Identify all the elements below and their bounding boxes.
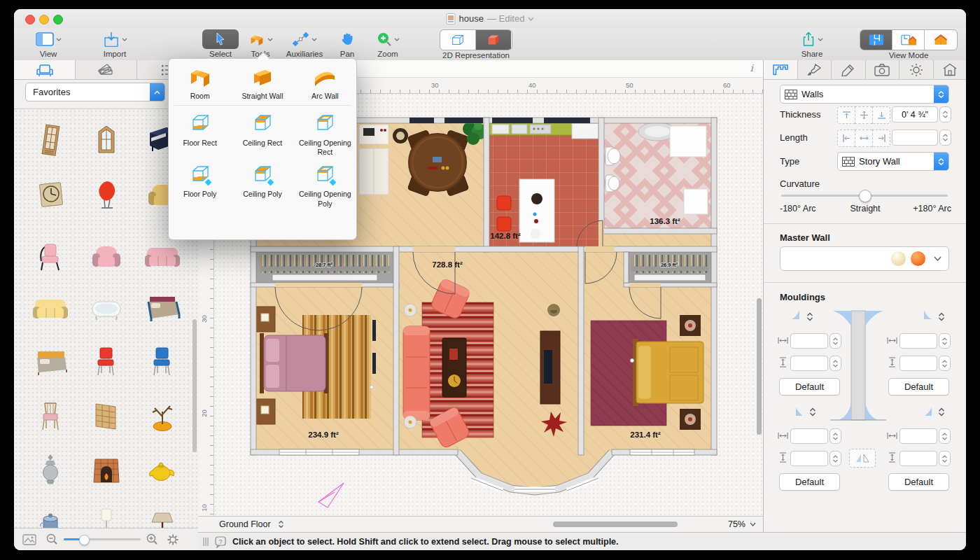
- entry-furniture[interactable]: [359, 125, 388, 195]
- crown-moulding-right-shape[interactable]: [922, 309, 933, 322]
- tool-item-ceiling-opening-poly[interactable]: Ceiling Opening Poly: [294, 157, 356, 208]
- library-item-shelving-unit[interactable]: [85, 396, 128, 439]
- crown-right-height-field[interactable]: [899, 356, 937, 371]
- gear-icon[interactable]: [167, 533, 179, 546]
- master-wall-material-b[interactable]: [911, 251, 925, 266]
- floor-stepper-icon[interactable]: [278, 520, 284, 528]
- preview-image-icon[interactable]: [22, 534, 36, 545]
- tool-item-floor-poly[interactable]: Floor Poly: [169, 157, 231, 208]
- thickness-stepper[interactable]: [939, 106, 951, 122]
- library-item-sofa-yellow[interactable]: [29, 288, 72, 331]
- tool-item-floor-rect[interactable]: Floor Rect: [169, 106, 231, 157]
- help-icon[interactable]: ?: [215, 536, 227, 548]
- auxiliaries-button[interactable]: Auxiliaries: [282, 29, 327, 58]
- library-item-bonsai-tree[interactable]: [141, 396, 184, 439]
- baseboard-left-shape[interactable]: [794, 405, 804, 417]
- zoom-in-icon[interactable]: [146, 533, 158, 545]
- library-item-silver-urn[interactable]: [29, 449, 72, 492]
- baseboard-left-height-field[interactable]: [790, 451, 828, 466]
- master-wall-picker[interactable]: [780, 246, 949, 271]
- baseboard-left-stepper[interactable]: [807, 405, 818, 419]
- library-item-chair-wood-pink[interactable]: [29, 396, 72, 439]
- library-item-bed-blue[interactable]: [141, 288, 184, 331]
- tool-item-ceiling-poly[interactable]: Ceiling Poly: [231, 157, 293, 208]
- tool-item-ceiling-opening-rect[interactable]: Ceiling Opening Rect: [294, 106, 356, 157]
- view-mode-2d-button[interactable]: [860, 30, 892, 50]
- bedroom-left-contents[interactable]: [254, 307, 376, 424]
- length-field[interactable]: [892, 130, 938, 146]
- share-button[interactable]: Share: [792, 29, 832, 58]
- library-item-chair-blue[interactable]: [141, 341, 184, 384]
- mirror-button[interactable]: [849, 449, 876, 468]
- canvas-vertical-scrollbar[interactable]: [757, 298, 762, 435]
- baseboard-left-width-field[interactable]: [790, 428, 828, 444]
- tab-camera[interactable]: [866, 60, 900, 79]
- library-category-select[interactable]: Favorites: [25, 83, 165, 102]
- title-chevron-icon[interactable]: [528, 17, 534, 21]
- view-mode-3d-button[interactable]: [925, 30, 956, 50]
- baseboard-left-width-stepper[interactable]: [830, 428, 841, 444]
- tab-furniture[interactable]: [14, 60, 76, 79]
- crown-left-height-stepper[interactable]: [830, 356, 841, 371]
- library-item-fireplace[interactable]: [85, 449, 128, 492]
- master-wall-material-a[interactable]: [891, 251, 906, 266]
- tool-item-arc-wall[interactable]: Arc Wall: [294, 59, 356, 101]
- view-mode-split-button[interactable]: [892, 30, 925, 50]
- baseboard-right-stepper[interactable]: [936, 405, 946, 419]
- library-item-table-lamp[interactable]: [141, 502, 184, 528]
- tab-materials[interactable]: [76, 60, 137, 79]
- zoom-level[interactable]: 75%: [728, 519, 746, 529]
- library-item-teapot[interactable]: [141, 449, 184, 492]
- representation-2d-solid-button[interactable]: [476, 30, 511, 50]
- zoom-button[interactable]: Zoom: [370, 29, 406, 58]
- crown-right-width-stepper[interactable]: [939, 333, 951, 349]
- extend-left-button[interactable]: [837, 130, 855, 147]
- library-item-door[interactable]: [29, 118, 72, 162]
- library-item-chair-pink-metal[interactable]: [29, 236, 72, 279]
- drag-grip-icon[interactable]: [202, 537, 209, 547]
- align-center-button[interactable]: [855, 106, 872, 124]
- crown-moulding-left-shape[interactable]: [790, 309, 802, 322]
- tab-building[interactable]: [934, 60, 967, 79]
- baseboard-right-height-field[interactable]: [899, 451, 937, 466]
- floor-selector[interactable]: Ground Floor: [219, 519, 271, 529]
- align-bottom-button[interactable]: [872, 106, 890, 124]
- crown-left-stepper[interactable]: [804, 309, 815, 323]
- crown-left-height-field[interactable]: [790, 356, 828, 371]
- compass-arrow[interactable]: [318, 483, 344, 507]
- tab-walls-tool[interactable]: [764, 60, 798, 79]
- crown-left-width-field[interactable]: [790, 333, 828, 349]
- library-item-bathtub[interactable]: [85, 288, 128, 331]
- baseboard-right-width-field[interactable]: [899, 428, 937, 444]
- thumbnail-size-slider[interactable]: [64, 538, 141, 540]
- zoom-level-chevron-icon[interactable]: [750, 522, 756, 526]
- extend-both-button[interactable]: [855, 130, 872, 147]
- bedroom-right-contents[interactable]: [591, 315, 704, 430]
- curvature-slider-thumb[interactable]: [859, 190, 872, 202]
- tool-item-room[interactable]: Room: [169, 59, 231, 101]
- library-item-armchair-pink[interactable]: [85, 236, 128, 279]
- crown-right-default-button[interactable]: Default: [888, 378, 949, 396]
- crown-right-width-field[interactable]: [899, 333, 937, 349]
- library-item-egg-chair[interactable]: [85, 174, 128, 218]
- tab-light-sun[interactable]: [899, 60, 934, 79]
- crown-right-stepper[interactable]: [936, 309, 946, 323]
- library-item-wall-clock[interactable]: [29, 174, 72, 218]
- baseboard-right-height-stepper[interactable]: [939, 451, 951, 466]
- view-button[interactable]: View: [24, 29, 73, 58]
- baseboard-right-width-stepper[interactable]: [939, 428, 951, 444]
- crown-left-default-button[interactable]: Default: [779, 378, 840, 396]
- thickness-field[interactable]: 0' 4 ¾": [892, 106, 938, 122]
- import-button[interactable]: Import: [90, 29, 140, 58]
- canvas-horizontal-scrollbar[interactable]: [284, 517, 728, 532]
- tab-edit-pencil[interactable]: [832, 60, 866, 79]
- library-item-bed-orange[interactable]: [29, 341, 72, 384]
- library-scrollbar[interactable]: [192, 319, 197, 452]
- baseboard-right-default-button[interactable]: Default: [888, 473, 949, 491]
- tool-item-ceiling-rect[interactable]: Ceiling Rect: [231, 106, 293, 157]
- extend-right-button[interactable]: [872, 130, 890, 147]
- library-item-chair-red[interactable]: [85, 341, 128, 384]
- select-tool-button[interactable]: Select: [202, 29, 239, 58]
- baseboard-left-default-button[interactable]: Default: [779, 473, 840, 491]
- baseboard-left-height-stepper[interactable]: [830, 451, 841, 466]
